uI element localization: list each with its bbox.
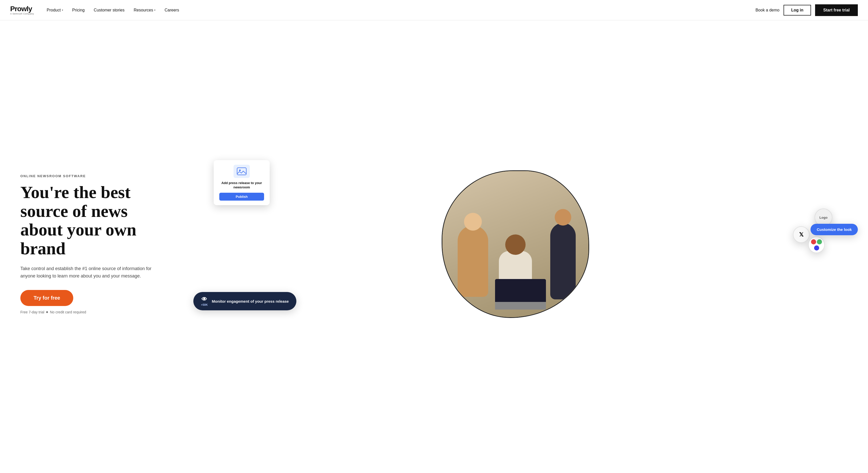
card-press-release: Add press release to your newsroom Publi… <box>214 160 270 205</box>
svg-rect-0 <box>237 168 246 175</box>
press-release-title: Add press release to your newsroom <box>219 181 264 190</box>
image-icon-wrapper <box>234 165 250 178</box>
x-icon: 𝕏 <box>799 231 804 238</box>
nav-customer-stories[interactable]: Customer stories <box>94 8 125 12</box>
navbar: Prowly A Semrush Company Product ▾ Prici… <box>0 0 868 20</box>
hero-fine-print: Free 7-day trial No credit card required <box>20 310 173 314</box>
publish-button[interactable]: Publish <box>219 193 264 201</box>
color-dot-green <box>817 239 822 244</box>
logo[interactable]: Prowly A Semrush Company <box>10 5 34 15</box>
person-2-head <box>555 209 571 226</box>
person-1-head <box>464 213 482 231</box>
diamond-separator <box>46 311 48 313</box>
try-for-free-button[interactable]: Try for free <box>20 290 73 306</box>
laptop-screen <box>495 279 546 302</box>
customize-label: Customize the look <box>816 227 852 232</box>
card-monitor-engagement: 👁 +50K Monitor engagement of your press … <box>193 292 297 310</box>
start-trial-button[interactable]: Start free trial <box>815 4 858 16</box>
hero-section: ONLINE NEWSROOM SOFTWARE You're the best… <box>0 20 868 473</box>
svg-point-1 <box>239 170 241 171</box>
person-2 <box>550 223 576 299</box>
book-demo-link[interactable]: Book a demo <box>755 8 779 12</box>
fine-print-card: No credit card required <box>50 310 86 314</box>
color-dot-red <box>811 239 816 244</box>
logo-name: Prowly <box>10 5 34 12</box>
chevron-down-icon: ▾ <box>62 9 63 11</box>
card-x-twitter: 𝕏 <box>793 226 809 243</box>
logo-sub: A Semrush Company <box>10 12 34 15</box>
chevron-down-icon: ▾ <box>154 9 155 11</box>
logo-label: Logo <box>819 216 828 219</box>
nav-links: Product ▾ Pricing Customer stories Resou… <box>47 8 755 12</box>
login-button[interactable]: Log in <box>783 5 811 16</box>
person-1 <box>458 226 488 297</box>
person-3-head <box>505 234 526 255</box>
eye-icon: 👁 <box>202 296 207 303</box>
people-scene <box>442 171 588 317</box>
nav-resources[interactable]: Resources ▾ <box>134 8 155 12</box>
nav-right: Book a demo Log in Start free trial <box>755 4 858 16</box>
laptop <box>495 279 546 309</box>
nav-careers[interactable]: Careers <box>164 8 179 12</box>
color-dot-blue <box>814 245 819 250</box>
nav-pricing[interactable]: Pricing <box>72 8 85 12</box>
hero-description: Take control and establish the #1 online… <box>20 265 153 280</box>
hero-eyebrow: ONLINE NEWSROOM SOFTWARE <box>20 174 173 178</box>
hero-right: Add press release to your newsroom Publi… <box>183 168 848 321</box>
image-icon <box>237 168 247 175</box>
nav-product[interactable]: Product ▾ <box>47 8 63 12</box>
fine-print-trial: Free 7-day trial <box>20 310 44 314</box>
hero-image-blob <box>442 170 589 318</box>
monitor-label: Monitor engagement of your press release <box>212 299 289 303</box>
card-customize: Customize the look <box>810 224 858 235</box>
hero-left: ONLINE NEWSROOM SOFTWARE You're the best… <box>20 174 173 314</box>
card-color-dots <box>808 237 825 253</box>
eye-count: +50K <box>201 303 208 306</box>
hero-title: You're the best source of news about you… <box>20 183 173 258</box>
eye-badge: 👁 +50K <box>201 296 208 306</box>
